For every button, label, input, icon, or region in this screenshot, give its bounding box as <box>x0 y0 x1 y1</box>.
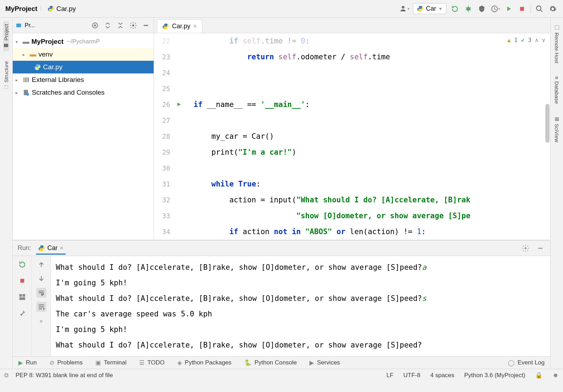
interpreter[interactable]: Python 3.6 (MyProject) <box>464 372 525 379</box>
svg-point-6 <box>537 6 541 10</box>
close-run-tab-icon[interactable]: × <box>60 244 64 252</box>
database-tool-button[interactable]: ≡Database <box>554 73 560 107</box>
editor-tab-car[interactable]: Car.py × <box>157 19 202 33</box>
check-icon: ✔ <box>521 37 525 43</box>
select-opened-file-icon[interactable] <box>90 20 100 30</box>
svg-rect-7 <box>4 44 8 47</box>
encoding[interactable]: UTF-8 <box>403 372 420 379</box>
line-ending[interactable]: LF <box>386 372 393 379</box>
collapse-all-icon[interactable] <box>115 20 125 30</box>
project-panel-title[interactable]: Pr... <box>25 22 87 29</box>
down-icon[interactable] <box>36 274 46 284</box>
attach-button[interactable] <box>504 4 514 14</box>
hide-panel-icon[interactable] <box>141 20 151 30</box>
rerun-button[interactable] <box>450 4 460 14</box>
rerun-icon[interactable] <box>17 260 27 269</box>
python-console-icon: 🐍 <box>244 359 251 367</box>
breadcrumb-file[interactable]: Car.py <box>57 5 76 13</box>
project-view-icon <box>16 22 22 29</box>
prev-highlight-icon[interactable]: ∧ <box>535 37 539 43</box>
debug-button[interactable] <box>463 4 473 14</box>
chevron-right-icon: 〉 <box>40 5 45 12</box>
run-header: Run: Car × <box>13 240 550 256</box>
lock-icon[interactable]: 🔒 <box>535 372 543 379</box>
tree-external-libraries[interactable]: ▸ External Libraries <box>13 73 154 86</box>
breadcrumb[interactable]: MyProject 〉 Car.py <box>5 5 76 13</box>
breadcrumb-project[interactable]: MyProject <box>5 5 37 13</box>
tree-root[interactable]: ▾ ▬ MyProject ~/PycharmP <box>13 35 154 48</box>
inspector-icon[interactable]: ☻ <box>552 372 559 379</box>
bottom-tab-event-log[interactable]: ◯Event Log <box>508 359 545 367</box>
svg-rect-19 <box>19 294 22 297</box>
sciview-tool-button[interactable]: ⊞SciView <box>554 114 560 145</box>
indent[interactable]: 4 spaces <box>430 372 454 379</box>
right-tool-rail: ⬚Remote Host ≡Database ⊞SciView <box>550 18 563 369</box>
next-highlight-icon[interactable]: ∨ <box>542 37 545 43</box>
coverage-button[interactable] <box>477 4 487 14</box>
python-icon <box>38 245 45 252</box>
editor-inspection-status[interactable]: ▲1 ✔3 ∧ ∨ <box>507 37 545 43</box>
scroll-to-end-icon[interactable] <box>36 302 46 312</box>
tree-scratches[interactable]: ▸ Scratches and Consoles <box>13 86 154 99</box>
svg-rect-13 <box>26 77 28 82</box>
code-area[interactable]: if self.time != 0: return self.odometer … <box>189 33 550 240</box>
bottom-tab-problems[interactable]: ⊘Problems <box>49 359 83 367</box>
layout-icon[interactable] <box>17 292 27 302</box>
profile-button[interactable]: ▾ <box>490 4 500 14</box>
gutter-icons[interactable]: ▶ <box>174 33 189 240</box>
bottom-tab-todo[interactable]: ☰TODO <box>139 359 165 367</box>
project-tree[interactable]: ▾ ▬ MyProject ~/PycharmP ▸ ▬ venv Car.py <box>13 33 154 240</box>
stop-icon[interactable] <box>17 276 27 286</box>
editor: Car.py × 22232425262728293031323334 ▶ if… <box>154 18 550 240</box>
run-settings-icon[interactable] <box>521 243 531 253</box>
close-tab-icon[interactable]: × <box>193 23 197 30</box>
stop-button[interactable] <box>517 4 527 14</box>
structure-tool-button[interactable]: ⬚ Structure <box>3 58 9 93</box>
up-icon[interactable] <box>36 260 46 269</box>
remote-host-tool-button[interactable]: ⬚Remote Host <box>554 21 560 66</box>
project-tool-button[interactable]: Project <box>3 21 9 51</box>
run-config-name: Car <box>426 5 436 12</box>
svg-rect-20 <box>22 294 25 297</box>
soft-wrap-icon[interactable] <box>36 288 46 298</box>
bottom-tab-terminal[interactable]: ▣Terminal <box>95 359 126 367</box>
user-dropdown-icon[interactable]: ▾ <box>399 4 409 14</box>
pin-icon[interactable] <box>17 308 27 318</box>
run-tab-car[interactable]: Car × <box>36 242 66 255</box>
status-bar: ⧉ PEP 8: W391 blank line at end of file … <box>0 369 563 381</box>
project-panel-header: Pr... <box>13 18 154 33</box>
run-toolbar-right: » <box>32 256 51 356</box>
python-icon <box>417 5 424 12</box>
bottom-tab-python-packages[interactable]: ◈Python Packages <box>177 359 231 367</box>
tool-windows-icon[interactable]: ⧉ <box>4 372 8 379</box>
console-output[interactable]: What should I do? [A]ccelerate, [B]rake,… <box>51 256 550 356</box>
todo-icon: ☰ <box>139 359 144 367</box>
hide-run-icon[interactable] <box>535 243 545 253</box>
expand-all-icon[interactable] <box>103 20 113 30</box>
svg-rect-18 <box>20 279 24 283</box>
chevron-right-icon: ▸ <box>16 77 20 83</box>
run-config-selector[interactable]: Car ▼ <box>413 3 446 14</box>
tree-file-car[interactable]: Car.py <box>13 61 154 73</box>
packages-icon: ◈ <box>177 359 182 367</box>
vertical-scrollbar[interactable] <box>545 104 550 143</box>
project-panel: Pr... ▾ ▬ MyProject ~/PycharmP ▸ <box>13 18 154 240</box>
search-icon[interactable] <box>534 4 544 14</box>
python-file-icon <box>162 23 169 30</box>
panel-settings-icon[interactable] <box>128 20 138 30</box>
bottom-tab-python-console[interactable]: 🐍Python Console <box>244 359 297 367</box>
line-gutter[interactable]: 22232425262728293031323334 <box>154 33 174 240</box>
chevron-right-icon: ▸ <box>23 52 28 57</box>
svg-point-3 <box>467 7 470 11</box>
settings-icon[interactable] <box>548 4 558 14</box>
status-message: PEP 8: W391 blank line at end of file <box>16 372 113 379</box>
bottom-tab-run[interactable]: ▶Run <box>18 359 37 367</box>
warning-icon: ▲ <box>507 37 511 43</box>
more-icon[interactable]: » <box>36 316 46 326</box>
bottom-tool-tabs: ▶Run ⊘Problems ▣Terminal ☰TODO ◈Python P… <box>13 356 550 369</box>
editor-body[interactable]: 22232425262728293031323334 ▶ if self.tim… <box>154 33 550 240</box>
event-log-icon: ◯ <box>508 359 515 367</box>
tree-venv[interactable]: ▸ ▬ venv <box>13 48 154 61</box>
left-tool-rail: Project ⬚ Structure <box>0 18 13 369</box>
bottom-tab-services[interactable]: ▶Services <box>309 359 340 367</box>
